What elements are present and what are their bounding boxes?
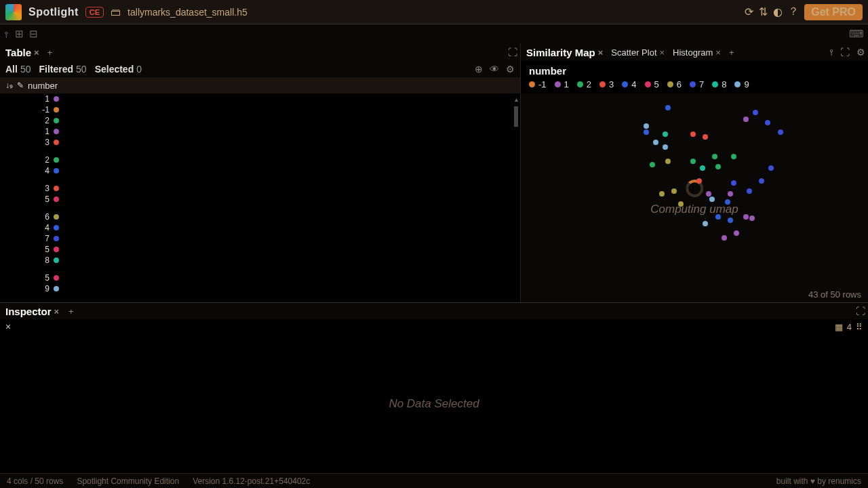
scatter-point[interactable] <box>722 235 727 241</box>
legend-item[interactable]: 3 <box>599 79 614 89</box>
column-header[interactable]: ↓₉ ✎ number <box>0 77 520 94</box>
table-row[interactable]: 1 <box>0 94 520 104</box>
scatter-point[interactable] <box>728 218 733 223</box>
close-icon[interactable]: × <box>34 47 39 58</box>
table-row[interactable]: 8 <box>0 255 520 266</box>
scatter-point[interactable] <box>700 165 705 171</box>
scatter-point[interactable] <box>715 214 721 220</box>
tab-scatter-plot[interactable]: Scatter Plot × <box>608 46 667 59</box>
legend-item[interactable]: 1 <box>555 79 569 89</box>
grid-icon[interactable]: ▦ <box>835 322 843 332</box>
grid-options-icon[interactable]: ⠿ <box>856 322 863 332</box>
scroll-thumb[interactable] <box>514 106 518 127</box>
legend-item[interactable]: 9 <box>734 79 749 89</box>
table-row[interactable]: 3 <box>0 137 520 148</box>
scatter-area[interactable]: Computing umap 43 of 50 rows <box>521 94 868 302</box>
legend-item[interactable]: -1 <box>529 79 547 89</box>
tab-inspector[interactable]: Inspector × <box>3 304 62 319</box>
scatter-point[interactable] <box>765 120 770 125</box>
sort-numeric-icon[interactable]: ↓₉ <box>5 81 13 90</box>
table-row[interactable]: 3 <box>0 183 520 194</box>
chevron-up-icon[interactable]: ▴ <box>515 96 518 103</box>
scatter-point[interactable] <box>747 188 752 194</box>
table-row[interactable]: 6 <box>0 211 520 222</box>
scrollbar[interactable]: ▴ <box>512 94 520 129</box>
scatter-point[interactable] <box>768 165 774 171</box>
eye-icon[interactable]: 👁 <box>490 64 499 75</box>
table-row[interactable]: 4 <box>0 222 520 233</box>
table-row[interactable]: -1 <box>0 104 520 115</box>
add-tab-button[interactable]: + <box>726 47 737 58</box>
expand-icon[interactable]: ⛶ <box>840 47 850 58</box>
filter-icon[interactable]: ⫯ <box>4 28 9 40</box>
table-row[interactable]: 5 <box>0 272 520 283</box>
keyboard-icon[interactable]: ⌨ <box>849 28 864 40</box>
scatter-point[interactable] <box>749 216 755 221</box>
get-pro-button[interactable]: Get PRO <box>804 4 863 20</box>
scatter-point[interactable] <box>665 159 671 164</box>
legend-item[interactable]: 8 <box>712 79 726 89</box>
table-row[interactable]: 9 <box>0 283 520 294</box>
expand-icon[interactable]: ⛶ <box>508 47 517 58</box>
scatter-point[interactable] <box>653 140 658 145</box>
scatter-point[interactable] <box>753 110 758 115</box>
table-body[interactable]: ▴ 1-121324356475859-711829 <box>0 94 520 302</box>
expand-icon[interactable]: ⛶ <box>856 306 865 317</box>
table-row[interactable]: 4 <box>0 165 520 176</box>
legend-item[interactable]: 5 <box>645 79 659 89</box>
scatter-point[interactable] <box>731 180 736 186</box>
legend-item[interactable]: 2 <box>577 79 591 89</box>
table-row[interactable]: 2 <box>0 155 520 165</box>
help-icon[interactable]: ？ <box>788 5 799 19</box>
scatter-point[interactable] <box>778 129 783 135</box>
scatter-point[interactable] <box>734 230 739 236</box>
tool-icon-1[interactable]: ⊞ <box>15 28 24 40</box>
scatter-point[interactable] <box>743 214 749 220</box>
scatter-point[interactable] <box>715 164 721 169</box>
scatter-point[interactable] <box>703 221 708 226</box>
scatter-point[interactable] <box>731 154 736 159</box>
scatter-point[interactable] <box>690 159 696 164</box>
scatter-point[interactable] <box>663 144 668 150</box>
table-row[interactable]: 1 <box>0 126 520 137</box>
close-icon[interactable]: × <box>54 306 60 317</box>
scatter-point[interactable] <box>709 197 715 202</box>
close-icon[interactable]: × <box>5 321 11 332</box>
close-icon[interactable]: × <box>598 47 604 58</box>
scatter-point[interactable] <box>703 134 708 140</box>
scatter-point[interactable] <box>644 123 649 129</box>
legend-item[interactable]: 7 <box>690 79 704 89</box>
scatter-point[interactable] <box>743 117 749 122</box>
add-tab-button[interactable]: + <box>45 47 56 58</box>
gear-icon[interactable]: ⚙ <box>856 47 865 58</box>
scatter-point[interactable] <box>690 131 696 137</box>
close-icon[interactable]: × <box>715 47 721 58</box>
tab-table[interactable]: Table × <box>3 45 42 60</box>
scatter-point[interactable] <box>650 162 655 167</box>
scatter-point[interactable] <box>665 105 671 110</box>
legend-item[interactable]: 4 <box>622 79 636 89</box>
tool-icon-2[interactable]: ⊟ <box>29 28 38 40</box>
scatter-point[interactable] <box>725 199 730 205</box>
table-row[interactable]: 7 <box>0 233 520 244</box>
scatter-point[interactable] <box>678 201 684 207</box>
edit-icon[interactable]: ✎ <box>17 81 24 90</box>
palette-icon[interactable]: ◐ <box>773 5 783 18</box>
scatter-point[interactable] <box>759 178 764 184</box>
table-row[interactable]: 5 <box>0 244 520 255</box>
scatter-point[interactable] <box>712 154 717 159</box>
add-icon[interactable]: ⊕ <box>475 64 483 75</box>
table-row[interactable]: 5 <box>0 194 520 205</box>
sort-icon[interactable]: ⇅ <box>759 5 768 18</box>
legend-item[interactable]: 6 <box>667 79 682 89</box>
scatter-point[interactable] <box>644 129 649 135</box>
table-row[interactable]: -7 <box>0 301 520 302</box>
refresh-icon[interactable]: ⟳ <box>745 5 753 18</box>
tab-histogram[interactable]: Histogram × <box>670 46 724 59</box>
table-row[interactable]: 2 <box>0 115 520 126</box>
close-icon[interactable]: × <box>660 47 665 58</box>
add-tab-button[interactable]: + <box>66 306 77 317</box>
tab-similarity-map[interactable]: Similarity Map × <box>524 45 606 60</box>
scatter-point[interactable] <box>671 188 677 194</box>
scatter-point[interactable] <box>663 131 668 137</box>
